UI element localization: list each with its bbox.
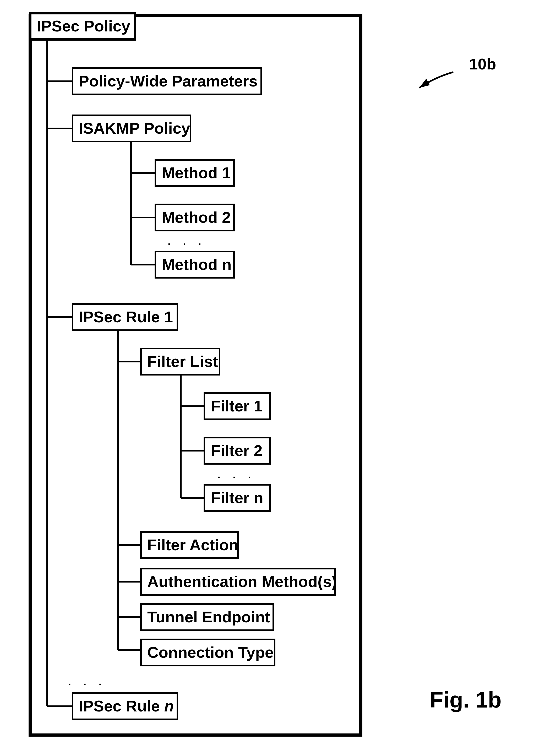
svg-text:10b: 10b bbox=[469, 55, 496, 73]
svg-text:IPSec Rule n: IPSec Rule n bbox=[79, 697, 174, 715]
svg-text:Authentication Method(s): Authentication Method(s) bbox=[147, 573, 337, 590]
svg-text:Method 1: Method 1 bbox=[162, 164, 231, 182]
svg-text:Tunnel Endpoint: Tunnel Endpoint bbox=[147, 608, 270, 626]
svg-text:ISAKMP Policy: ISAKMP Policy bbox=[79, 119, 190, 137]
svg-text:Filter Action: Filter Action bbox=[147, 536, 238, 554]
svg-text:Filter List: Filter List bbox=[147, 353, 218, 370]
svg-text:Filter 1: Filter 1 bbox=[211, 397, 263, 415]
svg-text:IPSec Rule 1: IPSec Rule 1 bbox=[79, 308, 173, 326]
svg-text:Connection Type: Connection Type bbox=[147, 644, 274, 661]
svg-text:Method 2: Method 2 bbox=[162, 209, 231, 226]
figure-label: Fig. 1b bbox=[430, 687, 502, 712]
svg-text:. . .: . . . bbox=[68, 676, 106, 687]
svg-text:Method n: Method n bbox=[162, 256, 232, 273]
reference-label: 10b bbox=[419, 55, 496, 88]
svg-text:. . .: . . . bbox=[168, 236, 206, 247]
svg-text:. . .: . . . bbox=[217, 469, 256, 480]
svg-text:Filter 2: Filter 2 bbox=[211, 442, 263, 459]
ipsec-policy-diagram: 10b IPSec Policy Policy-Wide Parameters … bbox=[0, 0, 550, 756]
root-text: IPSec Policy bbox=[37, 17, 130, 35]
svg-text:Filter n: Filter n bbox=[211, 489, 263, 507]
svg-marker-1 bbox=[419, 79, 430, 88]
svg-text:Policy-Wide Parameters: Policy-Wide Parameters bbox=[79, 72, 258, 90]
